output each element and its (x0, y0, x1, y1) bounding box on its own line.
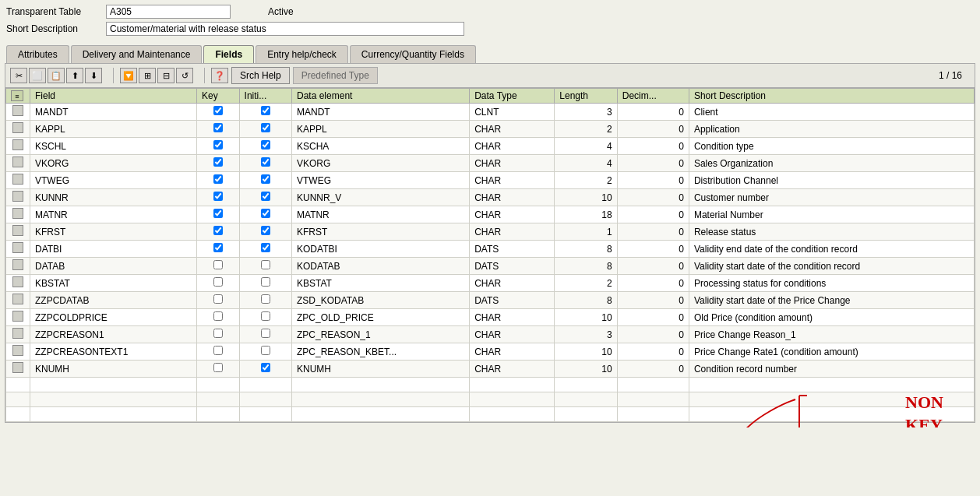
table-row[interactable]: ZZPCDATABZSD_KODATABDATS80Validity start… (6, 292, 975, 309)
tab-attributes[interactable]: Attributes (6, 45, 69, 63)
srch-help-button[interactable]: Srch Help (231, 67, 290, 84)
key-checkbox[interactable] (213, 260, 223, 269)
key-checkbox[interactable] (213, 346, 223, 355)
initi-checkbox-cell[interactable] (239, 189, 291, 206)
initi-checkbox[interactable] (261, 226, 270, 235)
initi-checkbox[interactable] (261, 157, 270, 167)
key-checkbox-cell[interactable] (197, 241, 239, 258)
key-checkbox-cell[interactable] (197, 172, 239, 189)
initi-checkbox[interactable] (261, 243, 270, 252)
row-selector[interactable] (12, 105, 23, 116)
table-row[interactable]: DATABKODATABDATS80Validity start date of… (6, 258, 975, 275)
key-checkbox[interactable] (213, 363, 223, 372)
columns-button[interactable]: ⊞ (139, 68, 156, 83)
key-checkbox-cell[interactable] (197, 292, 239, 309)
key-checkbox-cell[interactable] (197, 326, 239, 343)
predefined-type-button[interactable]: Predefined Type (293, 67, 378, 84)
cut-button[interactable]: ✂ (10, 68, 27, 83)
key-checkbox[interactable] (213, 311, 223, 321)
initi-checkbox[interactable] (261, 209, 270, 218)
key-checkbox[interactable] (213, 192, 223, 201)
copy-button[interactable]: ⬜ (29, 68, 46, 83)
key-checkbox-cell[interactable] (197, 223, 239, 241)
initi-checkbox-cell[interactable] (239, 309, 291, 326)
initi-checkbox-cell[interactable] (239, 275, 291, 292)
row-selector[interactable] (12, 225, 23, 236)
initi-checkbox-cell[interactable] (239, 104, 291, 121)
key-checkbox[interactable] (213, 277, 223, 287)
tab-fields[interactable]: Fields (203, 45, 254, 63)
key-checkbox-cell[interactable] (197, 104, 239, 121)
key-checkbox[interactable] (213, 174, 223, 184)
row-selector[interactable] (12, 362, 23, 373)
initi-checkbox[interactable] (261, 346, 270, 355)
row-selector[interactable] (12, 259, 23, 270)
key-checkbox-cell[interactable] (197, 155, 239, 172)
row-selector[interactable] (12, 157, 23, 167)
key-checkbox[interactable] (213, 329, 223, 338)
table-row[interactable]: KAPPLKAPPLCHAR20Application (6, 121, 975, 138)
table-row[interactable]: ZZPCREASON1ZPC_REASON_1CHAR30Price Chang… (6, 326, 975, 343)
initi-checkbox[interactable] (261, 174, 270, 184)
move-down-button[interactable]: ⬇ (85, 68, 102, 83)
row-selector[interactable] (12, 294, 23, 304)
row-selector[interactable] (12, 191, 23, 202)
initi-checkbox[interactable] (261, 260, 270, 269)
key-checkbox-cell[interactable] (197, 309, 239, 326)
table-row[interactable]: KNUMHKNUMHCHAR100Condition record number (6, 361, 975, 378)
initi-checkbox-cell[interactable] (239, 172, 291, 189)
initi-checkbox-cell[interactable] (239, 343, 291, 361)
key-checkbox[interactable] (213, 106, 223, 115)
table-row[interactable]: DATBIKODATBIDATS80Validity end date of t… (6, 241, 975, 258)
key-checkbox[interactable] (213, 157, 223, 167)
settings-button[interactable]: ⊟ (157, 68, 174, 83)
row-selector[interactable] (12, 139, 23, 150)
key-checkbox-cell[interactable] (197, 361, 239, 378)
initi-checkbox[interactable] (261, 106, 270, 115)
initi-checkbox-cell[interactable] (239, 258, 291, 275)
initi-checkbox-cell[interactable] (239, 206, 291, 223)
table-row[interactable]: ZZPCOLDPRICEZPC_OLD_PRICECHAR100Old Pric… (6, 309, 975, 326)
key-checkbox[interactable] (213, 123, 223, 132)
key-checkbox[interactable] (213, 294, 223, 304)
initi-checkbox[interactable] (261, 311, 270, 321)
key-checkbox[interactable] (213, 140, 223, 150)
table-row[interactable]: MATNRMATNRCHAR180Material Number (6, 206, 975, 223)
refresh-button[interactable]: ↺ (176, 68, 193, 83)
table-row[interactable]: KSCHLKSCHACHAR40Condition type (6, 138, 975, 155)
initi-checkbox-cell[interactable] (239, 326, 291, 343)
initi-checkbox-cell[interactable] (239, 241, 291, 258)
row-selector[interactable] (12, 174, 23, 185)
tab-currency[interactable]: Currency/Quantity Fields (350, 45, 476, 63)
paste-button[interactable]: 📋 (48, 68, 65, 83)
row-selector[interactable] (12, 311, 23, 322)
tab-entry-help[interactable]: Entry help/check (256, 45, 348, 63)
table-row[interactable]: KBSTATKBSTATCHAR20Processing status for … (6, 275, 975, 292)
table-row[interactable]: MANDTMANDTCLNT30Client (6, 104, 975, 121)
row-selector[interactable] (12, 345, 23, 356)
select-all-icon[interactable]: ≡ (11, 90, 23, 101)
table-row[interactable]: VTWEGVTWEGCHAR20Distribution Channel (6, 172, 975, 189)
help-button[interactable]: ❓ (211, 68, 228, 83)
initi-checkbox-cell[interactable] (239, 361, 291, 378)
initi-checkbox-cell[interactable] (239, 292, 291, 309)
move-up-button[interactable]: ⬆ (66, 68, 83, 83)
row-selector[interactable] (12, 208, 23, 219)
key-checkbox-cell[interactable] (197, 275, 239, 292)
key-checkbox[interactable] (213, 243, 223, 252)
key-checkbox[interactable] (213, 226, 223, 235)
table-row[interactable]: ZZPCREASONTEXT1ZPC_REASON_KBET...CHAR100… (6, 343, 975, 361)
row-selector[interactable] (12, 242, 23, 253)
initi-checkbox[interactable] (261, 192, 270, 201)
row-selector[interactable] (12, 122, 23, 133)
key-checkbox-cell[interactable] (197, 258, 239, 275)
initi-checkbox[interactable] (261, 363, 270, 372)
initi-checkbox-cell[interactable] (239, 223, 291, 241)
initi-checkbox[interactable] (261, 277, 270, 287)
key-checkbox[interactable] (213, 209, 223, 218)
table-row[interactable]: KFRSTKFRSTCHAR10Release status (6, 223, 975, 241)
key-checkbox-cell[interactable] (197, 138, 239, 155)
initi-checkbox[interactable] (261, 329, 270, 338)
key-checkbox-cell[interactable] (197, 189, 239, 206)
table-row[interactable]: KUNNRKUNNR_VCHAR100Customer number (6, 189, 975, 206)
